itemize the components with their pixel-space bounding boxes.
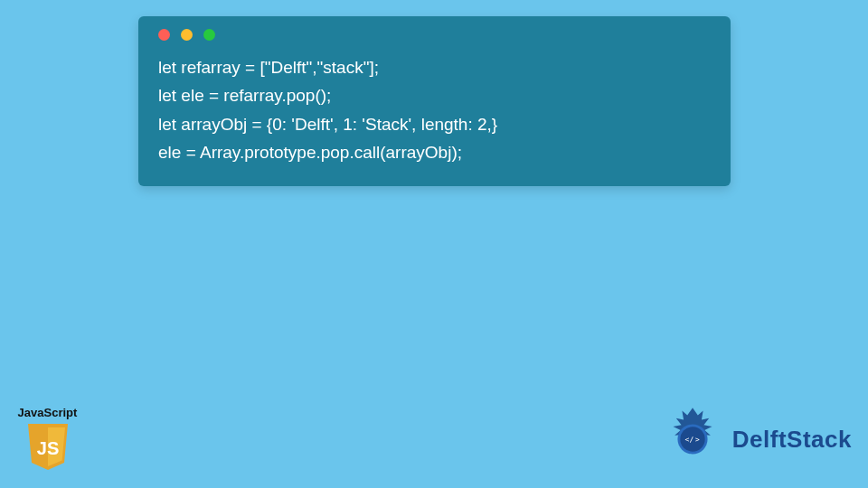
javascript-badge: JavaScript JS	[14, 406, 81, 472]
svg-text:/: /	[689, 436, 693, 444]
close-icon	[158, 29, 170, 41]
code-line: let refarray = ["Delft","stack"];	[158, 58, 379, 77]
code-window: let refarray = ["Delft","stack"]; let el…	[138, 16, 731, 186]
maximize-icon	[203, 29, 215, 41]
svg-text:<: <	[684, 436, 689, 444]
window-traffic-lights	[158, 29, 711, 41]
minimize-icon	[181, 29, 193, 41]
code-line: let arrayObj = {0: 'Delft', 1: 'Stack', …	[158, 115, 497, 134]
delftstack-logo-icon: < / >	[660, 407, 725, 472]
code-line: let ele = refarray.pop();	[158, 86, 331, 105]
delftstack-brand: < / > DelftStack	[660, 407, 852, 472]
javascript-label: JavaScript	[18, 406, 78, 419]
svg-text:JS: JS	[36, 438, 58, 458]
code-block: let refarray = ["Delft","stack"]; let el…	[158, 53, 711, 166]
javascript-shield-icon: JS	[25, 422, 71, 472]
code-line: ele = Array.prototype.pop.call(arrayObj)…	[158, 143, 462, 162]
brand-name: DelftStack	[732, 426, 852, 454]
svg-text:>: >	[695, 436, 700, 444]
